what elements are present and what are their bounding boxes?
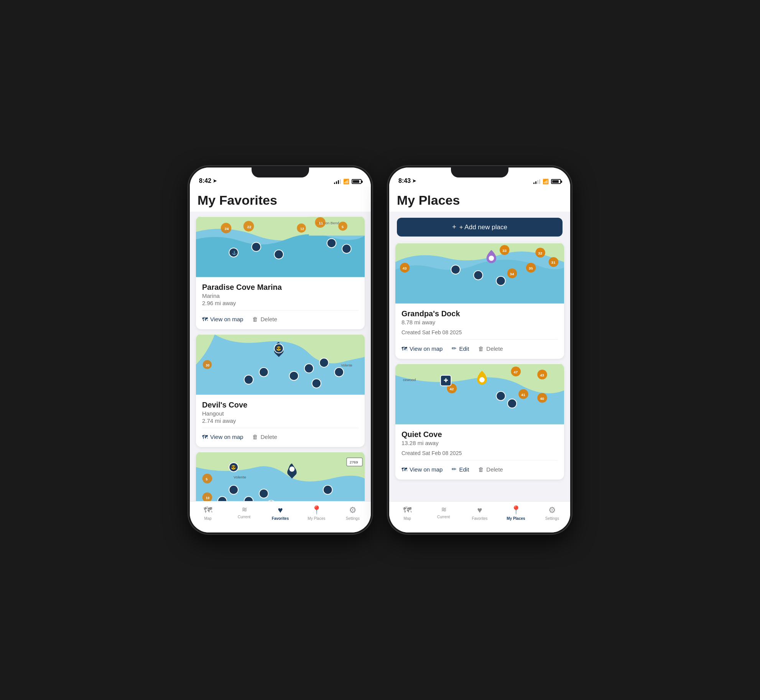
tab-settings-label-2: Settings bbox=[545, 516, 559, 521]
tab-favorites[interactable]: ♥ Favorites bbox=[262, 505, 298, 521]
card-distance-devils: 2.74 mi away bbox=[202, 417, 359, 424]
view-on-map-button-grandpas[interactable]: 🗺 View on map bbox=[401, 343, 443, 353]
signal-bars-icon bbox=[334, 179, 341, 184]
page-header-2: My Places bbox=[389, 187, 570, 212]
delete-button-paradise[interactable]: 🗑 Delete bbox=[252, 314, 277, 324]
svg-text:22: 22 bbox=[247, 225, 252, 229]
edit-button-grandpas[interactable]: ✏ Edit bbox=[452, 343, 469, 353]
svg-point-66 bbox=[451, 265, 460, 274]
svg-text:10: 10 bbox=[206, 496, 210, 500]
edit-button-quiet-cove[interactable]: ✏ Edit bbox=[452, 464, 469, 474]
card-body-paradise: Paradise Cove Marina Marina 2.96 mi away… bbox=[196, 278, 365, 329]
card-actions-devils: 🗺 View on map 🗑 Delete bbox=[202, 428, 359, 442]
tab-bar-favorites: 🗺 Map ≋ Current ♥ Favorites 📍 My Places … bbox=[190, 501, 371, 532]
notch-2 bbox=[451, 166, 508, 177]
card-title-paradise: Paradise Cove Marina bbox=[202, 283, 359, 292]
svg-text:✚: ✚ bbox=[444, 378, 448, 383]
add-new-place-button[interactable]: + + Add new place bbox=[397, 218, 563, 237]
svg-point-27 bbox=[319, 358, 329, 367]
svg-text:5: 5 bbox=[206, 477, 208, 481]
tab-myplaces[interactable]: 📍 My Places bbox=[298, 505, 334, 521]
status-time: 8:42 ➤ bbox=[199, 177, 217, 184]
screen-content-myplaces[interactable]: My Places + + Add new place bbox=[389, 187, 570, 501]
svg-text:35: 35 bbox=[529, 266, 533, 270]
phone-inner: 8:42 ➤ 📶 bbox=[190, 168, 371, 532]
status-icons: 📶 bbox=[334, 179, 362, 184]
phones-container: 8:42 ➤ 📶 bbox=[188, 166, 572, 534]
svg-text:34: 34 bbox=[510, 272, 514, 276]
tab-map-label: Map bbox=[204, 516, 211, 521]
tab-current-label-2: Current bbox=[437, 515, 450, 519]
view-on-map-button-quiet-cove[interactable]: 🗺 View on map bbox=[401, 464, 443, 474]
svg-text:31: 31 bbox=[551, 260, 556, 265]
status-icons-2: 📶 bbox=[533, 179, 561, 184]
tab-map-2[interactable]: 🗺 Map bbox=[389, 505, 425, 521]
map-thumbnail-grandpas-dock: 43 33 32 31 35 34 bbox=[395, 243, 564, 304]
page-header: My Favorites bbox=[190, 187, 371, 212]
current-tab-icon-2: ≋ bbox=[441, 505, 446, 514]
card-subtitle-devils: Hangout bbox=[202, 410, 359, 417]
card-actions-quiet-cove: 🗺 View on map ✏ Edit 🗑 Delete bbox=[401, 460, 558, 474]
card-distance-grandpas: 8.78 mi away bbox=[401, 319, 558, 325]
tab-settings[interactable]: ⚙ Settings bbox=[335, 505, 371, 521]
tab-favorites-2[interactable]: ♥ Favorites bbox=[462, 505, 498, 521]
tab-map[interactable]: 🗺 Map bbox=[190, 505, 226, 521]
plus-icon: + bbox=[452, 223, 456, 231]
svg-point-17 bbox=[327, 238, 336, 248]
map-icon: 🗺 bbox=[202, 434, 208, 440]
map-thumbnail-paradise-cove: Hudson Bend 24 22 11 5 12 bbox=[196, 216, 365, 278]
svg-point-67 bbox=[474, 271, 483, 280]
screen-content-favorites[interactable]: My Favorites Hudson Bend 24 bbox=[190, 187, 371, 501]
tab-current-2[interactable]: ≋ Current bbox=[425, 505, 461, 519]
svg-point-85 bbox=[496, 391, 505, 401]
delete-button-devils[interactable]: 🗑 Delete bbox=[252, 432, 277, 442]
card-paradise-cove: Hudson Bend 24 22 11 5 12 bbox=[196, 216, 365, 329]
current-tab-icon: ≋ bbox=[242, 505, 247, 514]
svg-point-30 bbox=[244, 375, 253, 385]
tab-myplaces-2[interactable]: 📍 My Places bbox=[498, 505, 534, 521]
delete-button-quiet-cove[interactable]: 🗑 Delete bbox=[478, 464, 503, 474]
trash-icon: 🗑 bbox=[252, 316, 258, 322]
tab-current[interactable]: ≋ Current bbox=[226, 505, 262, 519]
svg-text:43: 43 bbox=[540, 373, 544, 377]
svg-point-44 bbox=[290, 467, 295, 472]
view-on-map-button-paradise[interactable]: 🗺 View on map bbox=[202, 314, 243, 324]
view-on-map-button-devils[interactable]: 🗺 View on map bbox=[202, 432, 243, 442]
card-quiet-cove: cewood 47 43 41 40 42 bbox=[395, 363, 564, 480]
svg-point-28 bbox=[290, 371, 299, 381]
svg-text:Volente: Volente bbox=[234, 475, 246, 479]
phone-favorites: 8:42 ➤ 📶 bbox=[188, 166, 372, 534]
battery-icon-2 bbox=[551, 179, 561, 184]
card-body-devils: Devil's Cove Hangout 2.74 mi away 🗺 View… bbox=[196, 395, 365, 447]
svg-text:24: 24 bbox=[225, 227, 229, 231]
pencil-icon-quiet: ✏ bbox=[452, 466, 457, 473]
card-actions-grandpas: 🗺 View on map ✏ Edit 🗑 Delete bbox=[401, 339, 558, 353]
svg-point-86 bbox=[508, 399, 517, 408]
svg-text:47: 47 bbox=[513, 370, 518, 374]
delete-button-grandpas[interactable]: 🗑 Delete bbox=[478, 343, 503, 353]
svg-text:40: 40 bbox=[540, 396, 544, 401]
pencil-icon: ✏ bbox=[452, 345, 457, 352]
card-distance-quiet-cove: 13.28 mi away bbox=[401, 440, 558, 446]
tab-myplaces-label: My Places bbox=[308, 516, 325, 521]
svg-text:2769: 2769 bbox=[350, 460, 358, 464]
map-thumbnail-lake-travis: 10 11 5 Volente Hudson Bend 2769 bbox=[196, 452, 365, 501]
tab-settings-label: Settings bbox=[346, 516, 360, 521]
card-title-quiet-cove: Quiet Cove bbox=[401, 430, 558, 439]
svg-point-84 bbox=[479, 377, 485, 383]
phone-inner-2: 8:43 ➤ 📶 bbox=[389, 168, 570, 532]
tab-myplaces-label-2: My Places bbox=[507, 516, 525, 521]
tab-map-label-2: Map bbox=[403, 516, 411, 521]
svg-text:32: 32 bbox=[538, 251, 542, 255]
notch bbox=[252, 166, 309, 177]
svg-text:12: 12 bbox=[300, 227, 304, 231]
card-actions-paradise: 🗺 View on map 🗑 Delete bbox=[202, 310, 359, 324]
card-title-devils: Devil's Cove bbox=[202, 401, 359, 409]
tab-favorites-label-2: Favorites bbox=[472, 516, 487, 521]
wifi-icon-2: 📶 bbox=[543, 179, 549, 184]
status-time-2: 8:43 ➤ bbox=[398, 177, 416, 184]
svg-point-48 bbox=[259, 489, 268, 498]
card-body-quiet-cove: Quiet Cove 13.28 mi away Created Sat Feb… bbox=[395, 425, 564, 480]
tab-current-label: Current bbox=[238, 515, 250, 519]
tab-settings-2[interactable]: ⚙ Settings bbox=[534, 505, 570, 521]
